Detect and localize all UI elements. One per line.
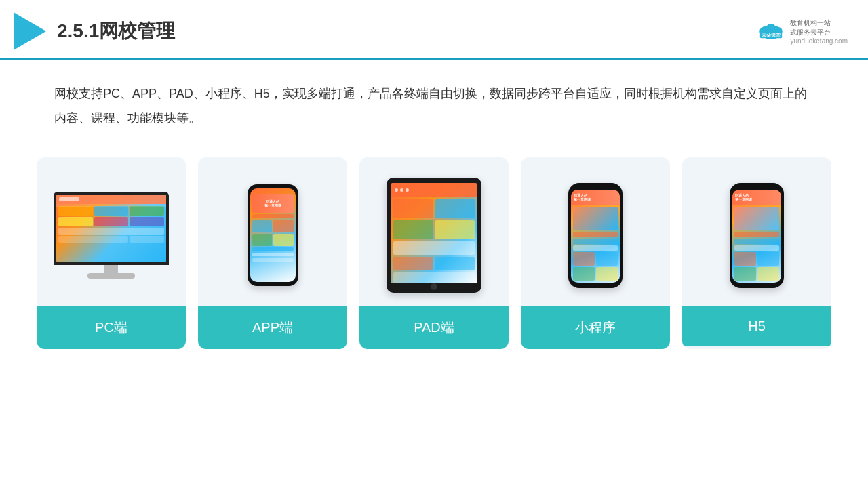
pc-image-area [37,157,186,306]
app-phone-icon: 职通人的第一堂网课 [248,184,298,286]
logo-triangle-icon [14,12,46,50]
pc-label: PC端 [37,306,186,349]
card-pad: PAD端 [359,157,509,349]
page-title: 2.5.1网校管理 [57,18,175,44]
miniapp-label: 小程序 [521,306,670,349]
description-text: 网校支持PC、APP、PAD、小程序、H5，实现多端打通，产品各终端自由切换，数… [0,60,868,144]
cloud-icon: 云朵课堂 [756,20,786,42]
miniapp-phone-icon: 职通人的第一堂网课 [568,183,623,288]
brand-slogan2: 式服务云平台 [790,28,848,37]
card-miniapp: 职通人的第一堂网课 [521,157,670,349]
header-right: 云朵课堂 教育机构一站 式服务云平台 yunduoketang.com [756,18,848,45]
svg-point-3 [766,24,776,33]
brand-slogan: 教育机构一站 [790,18,848,28]
miniapp-image-area: 职通人的第一堂网课 [521,157,670,306]
brand-logo: 云朵课堂 教育机构一站 式服务云平台 yunduoketang.com [756,18,848,45]
card-h5: 职通人的第一堂网课 [682,157,831,349]
header: 2.5.1网校管理 云朵课堂 教育机构一站 式服务云平台 yunduoketan… [0,0,868,60]
pad-tablet-icon [387,178,481,293]
h5-label: H5 [682,306,831,346]
card-pc: PC端 [37,157,186,349]
svg-text:云朵课堂: 云朵课堂 [762,32,781,37]
h5-image-area: 职通人的第一堂网课 [682,157,831,306]
app-image-area: 职通人的第一堂网课 [198,157,347,306]
cards-area: PC端 职通人的第一堂网课 [0,144,868,349]
pad-label: PAD端 [359,306,509,349]
brand-url: yunduoketang.com [790,37,848,45]
pad-image-area [359,157,509,306]
pc-monitor-icon [54,192,169,279]
h5-phone-icon: 职通人的第一堂网课 [730,183,784,288]
app-label: APP端 [198,306,347,349]
card-app: 职通人的第一堂网课 [198,157,347,349]
header-left: 2.5.1网校管理 [14,12,175,50]
brand-text: 教育机构一站 式服务云平台 yunduoketang.com [790,18,848,45]
